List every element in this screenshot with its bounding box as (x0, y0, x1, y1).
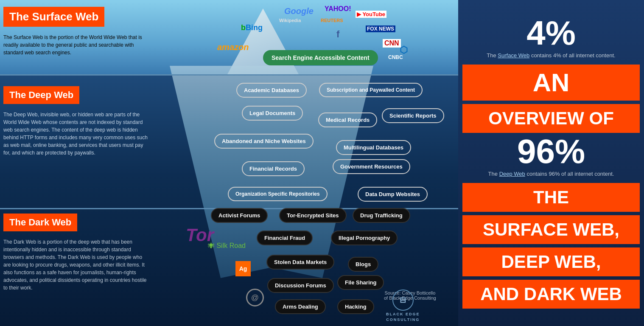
rp-the-block: THE (462, 183, 640, 212)
reuters-logo: REUTERS (321, 18, 343, 23)
surface-web-section: The Surface Web The Surface Web is the p… (3, 3, 148, 56)
search-engine-bubble: Search Engine Accessible Content (263, 50, 378, 65)
google-logo: Google (284, 6, 314, 16)
wikipedia-logo: Wikipedia (279, 18, 301, 23)
bubble-discussion-forums: Discussion Forums (267, 278, 334, 293)
bubble-legal-documents: Legal Documents (242, 106, 303, 121)
bubble-multilingual: Multilingual Databases (336, 140, 411, 155)
deep-percent: 96% (517, 135, 585, 169)
bubble-arms-dealing: Arms Dealing (275, 299, 326, 314)
blackedge-logo: ⊟ BLACK EDGE CONSULTING (386, 289, 420, 322)
rp-dark-label: AND DARK WEB (462, 280, 640, 309)
amazon-logo: amazon (217, 42, 249, 52)
bubble-data-dump: Data Dump Websites (358, 187, 428, 202)
bubble-scientific-reports: Scientific Reports (382, 108, 444, 123)
bubble-financial-records: Financial Records (242, 161, 305, 176)
dark-web-description: The Dark Web is a portion of the deep we… (3, 238, 148, 292)
deep-web-section: The Deep Web The Deep Web, invisible web… (3, 83, 148, 157)
deep-link[interactable]: Deep Web (499, 171, 525, 177)
bubble-academic-databases: Academic Databases (236, 83, 307, 98)
facebook-logo: f (336, 29, 339, 40)
yahoo-logo: YAHOO! (325, 5, 351, 13)
nbc-logo: ⬡ (400, 45, 408, 56)
bubble-org-repos: Organization Specific Repositories (228, 187, 328, 201)
bubble-hacking: Hacking (337, 299, 374, 314)
bubble-drug-trafficking: Drug Trafficking (353, 208, 410, 223)
bubble-tor-encrypted: Tor-Encrypted Sites (279, 208, 347, 223)
surface-link[interactable]: Surface Web (498, 52, 529, 59)
silk-road-logo: 🕷 Silk Road (208, 242, 246, 250)
bubble-subscription: Subscription and Paywalled Content (319, 83, 423, 97)
bubble-abandoned-niche: Abandoned and Niche Websites (214, 134, 314, 149)
rp-surface-label: SURFACE WEB, (462, 215, 640, 244)
bubble-file-sharing: File Sharing (337, 275, 384, 290)
bubble-activist-forums: Activist Forums (211, 208, 268, 223)
deep-percent-desc: The Deep Web contains 96% of all interne… (488, 171, 614, 177)
bubble-medical-records: Medical Records (318, 112, 377, 127)
bubble-blogs: Blogs (348, 257, 378, 272)
be-text: BLACK EDGE (386, 312, 420, 316)
at-icon: @ (246, 289, 264, 306)
surface-web-title: The Surface Web (3, 7, 104, 27)
rp-an-block: AN (462, 65, 640, 101)
bubble-government-resources: Government Resources (333, 159, 410, 174)
right-panel: 4% The Surface Web contains 4% of all in… (458, 0, 644, 326)
rp-overview-block: OVERVIEW OF (462, 104, 640, 133)
deep-web-title: The Deep Web (3, 86, 79, 104)
surface-percent-desc: The Surface Web contains 4% of all inter… (487, 52, 615, 59)
bubble-stolen-data: Stolen Data Markets (266, 255, 334, 270)
bubble-financial-fraud: Financial Fraud (257, 230, 313, 245)
bing-logo: bBing (241, 23, 263, 32)
be-consulting-text: CONSULTING (386, 318, 420, 322)
be-circle-icon: ⊟ (392, 289, 414, 311)
foxnews-logo: FOX NEWS (366, 25, 395, 32)
rp-deep-label: DEEP WEB, (462, 247, 640, 276)
youtube-logo: ▶ YouTube (356, 11, 386, 18)
deep-web-description: The Deep Web, invisible web, or hidden w… (3, 111, 148, 157)
cnn-logo: CNN (383, 39, 401, 48)
bubble-illegal-porn: Illegal Pornography (331, 230, 398, 245)
surface-divider (0, 74, 458, 76)
surface-percent: 4% (526, 16, 576, 50)
dark-web-title: The Dark Web (3, 214, 77, 231)
surface-web-description: The Surface Web is the portion of the Wo… (3, 34, 148, 56)
ag-icon: Ag (235, 261, 251, 276)
dark-web-section: The Dark Web The Dark Web is a portion o… (3, 210, 148, 292)
